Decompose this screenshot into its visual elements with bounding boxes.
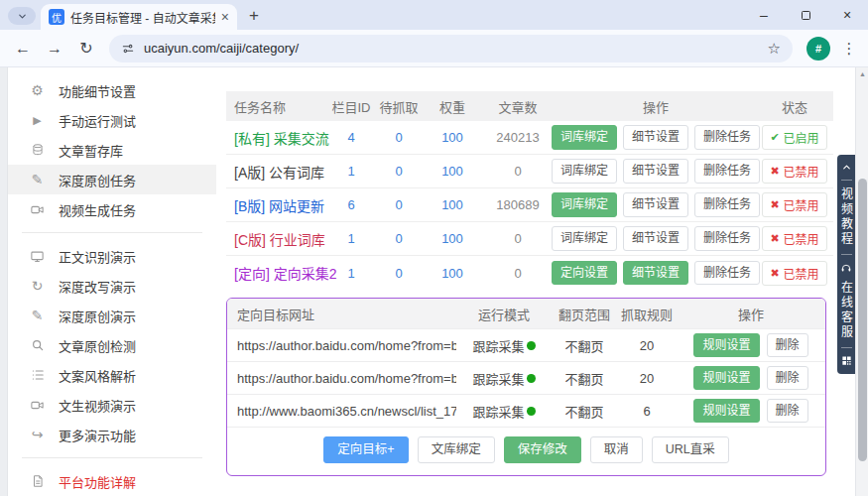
sidebar-item-manual-run[interactable]: ▶ 手动运行测试 [8, 105, 216, 135]
delete-task-button[interactable]: 删除任务 [694, 125, 760, 149]
back-button[interactable]: ← [8, 34, 38, 63]
pending-value[interactable]: 0 [373, 130, 425, 145]
sidebar-item-function-settings[interactable]: ⚙ 功能细节设置 [8, 75, 216, 105]
weight-value[interactable]: 100 [425, 164, 480, 179]
sidebar-item-originality-check[interactable]: 文章原创检测 [8, 330, 216, 360]
tab-close-icon[interactable]: × [221, 10, 229, 24]
add-target-button[interactable]: 定向目标+ [323, 436, 408, 463]
close-button[interactable]: × [826, 0, 868, 30]
save-changes-button[interactable]: 保存修改 [504, 436, 581, 463]
directional-settings-button[interactable]: 定向设置 [552, 261, 617, 285]
detail-settings-button[interactable]: 细节设置 [623, 192, 688, 216]
scrollbar-thumb[interactable] [858, 179, 867, 461]
restore-button[interactable] [785, 0, 826, 30]
delete-task-button[interactable]: 删除任务 [694, 226, 760, 250]
bookmark-star-icon[interactable]: ☆ [768, 40, 781, 58]
sidebar-item-label: 深度原创任务 [59, 171, 136, 189]
sidebar-item-article-store[interactable]: 文章暂存库 [8, 135, 216, 165]
detail-settings-button[interactable]: 细节设置 [623, 159, 688, 183]
url-direct-collect-button[interactable]: URL直采 [652, 436, 729, 463]
delete-task-button[interactable]: 删除任务 [694, 261, 760, 285]
thesaurus-bind-button[interactable]: 词库绑定 [552, 192, 617, 216]
target-url: https://author.baidu.com/home?from=bjh_.… [227, 371, 456, 386]
status-badge[interactable]: ✖已禁用 [762, 226, 826, 251]
column-id-value[interactable]: 6 [329, 197, 373, 212]
run-mode: 跟踪采集 [472, 336, 524, 355]
scrollbar-up-arrow[interactable]: ▲ [859, 70, 866, 77]
column-id-value[interactable]: 1 [329, 266, 373, 281]
cross-icon: ✖ [770, 165, 779, 178]
delete-task-button[interactable]: 删除任务 [694, 159, 760, 183]
sidebar-item-rewrite-demo[interactable]: ↻ 深度改写演示 [8, 271, 216, 301]
status-label: 已启用 [784, 129, 819, 146]
col-header-column-id: 栏目ID [329, 97, 373, 116]
pending-value[interactable]: 0 [373, 197, 425, 212]
articles-count: 180689 [480, 197, 556, 212]
forward-button[interactable]: → [40, 34, 69, 63]
profile-avatar[interactable]: # [806, 37, 830, 61]
left-scrollbar[interactable] [0, 67, 8, 496]
address-bar[interactable]: ucaiyun.com/caiji/category/ ☆ [109, 35, 793, 62]
sidebar-item-label: 功能细节设置 [59, 81, 136, 100]
sidebar: ⚙ 功能细节设置 ▶ 手动运行测试 文章暂存库 ✎ 深度原创任务 视频生成任务 [8, 67, 216, 496]
rule-settings-button[interactable]: 规则设置 [693, 366, 759, 390]
status-badge[interactable]: ✖已禁用 [762, 159, 826, 184]
target-panel-header: 定向目标网址 运行模式 翻页范围 抓取规则 操作 [227, 299, 825, 328]
sidebar-item-style-analysis[interactable]: 文案风格解析 [8, 360, 216, 390]
column-id-value[interactable]: 1 [329, 231, 373, 246]
reload-button[interactable]: ↻ [71, 34, 101, 63]
site-info-icon[interactable] [121, 42, 135, 56]
status-badge[interactable]: ✖已禁用 [762, 261, 826, 286]
status-badge[interactable]: ✔已启用 [762, 125, 826, 150]
task-name: [定向] 定向采集2 [226, 263, 329, 283]
vertical-scrollbar[interactable]: ▲ [855, 67, 868, 496]
video-tutorial-link[interactable]: 视频教程 [838, 187, 855, 247]
thesaurus-bind-button[interactable]: 词库绑定 [552, 125, 617, 149]
minimize-button[interactable]: – [743, 0, 785, 30]
video-icon [29, 202, 46, 217]
detail-settings-button[interactable]: 细节设置 [623, 261, 688, 285]
cancel-button[interactable]: 取消 [590, 436, 643, 463]
weight-value[interactable]: 100 [425, 266, 480, 281]
browser-toolbar: ← → ↻ ucaiyun.com/caiji/category/ ☆ # ⋮ [0, 30, 868, 67]
column-id-value[interactable]: 4 [329, 130, 373, 145]
delete-button[interactable]: 删除 [767, 333, 808, 357]
column-id-value[interactable]: 1 [329, 164, 373, 179]
sidebar-item-original-demo[interactable]: ✎ 深度原创演示 [8, 301, 216, 330]
rail-divider [841, 347, 852, 348]
sidebar-item-more-demos[interactable]: ↪ 更多演示功能 [8, 420, 216, 449]
col-header-paging-range: 翻页范围 [552, 305, 617, 323]
delete-button[interactable]: 删除 [767, 399, 808, 423]
sidebar-item-platform-guide[interactable]: 平台功能详解 [8, 466, 216, 496]
tab-search-button[interactable] [8, 7, 36, 25]
weight-value[interactable]: 100 [425, 197, 480, 212]
task-name: [B版] 网站更新 [226, 195, 329, 215]
pending-value[interactable]: 0 [373, 164, 425, 179]
thesaurus-bind-button[interactable]: 词库绑定 [552, 226, 617, 250]
sidebar-item-body-recognition-demo[interactable]: 正文识别演示 [8, 241, 216, 271]
delete-button[interactable]: 删除 [767, 366, 808, 390]
weight-value[interactable]: 100 [425, 130, 480, 145]
rule-settings-button[interactable]: 规则设置 [693, 399, 759, 423]
qr-code-icon[interactable] [841, 355, 852, 366]
chevron-down-icon [17, 11, 28, 22]
browser-menu-icon[interactable]: ⋮ [838, 40, 860, 58]
browser-tab[interactable]: 优 任务目标管理 - 自动文章采集器 × [41, 4, 237, 30]
library-bind-button[interactable]: 文库绑定 [418, 436, 495, 463]
back-to-top-button[interactable] [841, 162, 852, 173]
online-service-link[interactable]: 在线客服 [838, 281, 855, 340]
sidebar-item-deep-original-task[interactable]: ✎ 深度原创任务 [8, 165, 216, 194]
detail-settings-button[interactable]: 细节设置 [623, 226, 688, 250]
sidebar-item-text-to-video-demo[interactable]: 文生视频演示 [8, 390, 216, 420]
delete-task-button[interactable]: 删除任务 [694, 192, 760, 216]
new-tab-button[interactable]: + [249, 6, 259, 26]
pending-value[interactable]: 0 [373, 266, 425, 281]
pending-value[interactable]: 0 [373, 231, 425, 246]
target-url: https://author.baidu.com/home?from=bjh_.… [227, 338, 456, 353]
status-badge[interactable]: ✖已禁用 [762, 192, 826, 217]
rule-settings-button[interactable]: 规则设置 [693, 333, 759, 357]
sidebar-item-video-task[interactable]: 视频生成任务 [8, 194, 216, 224]
thesaurus-bind-button[interactable]: 词库绑定 [552, 159, 617, 183]
detail-settings-button[interactable]: 细节设置 [623, 125, 688, 149]
weight-value[interactable]: 100 [425, 231, 480, 246]
